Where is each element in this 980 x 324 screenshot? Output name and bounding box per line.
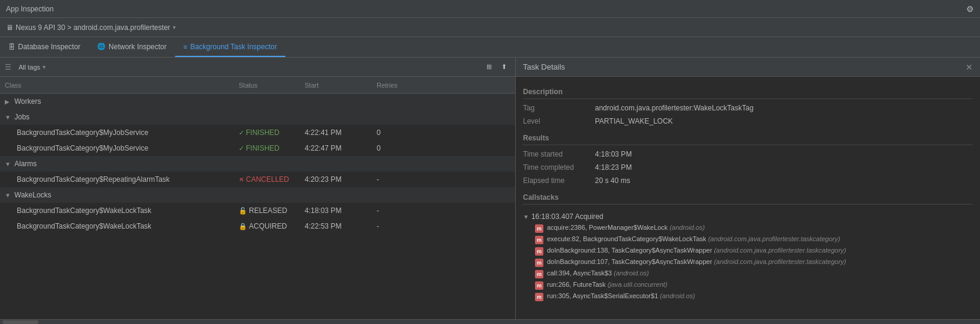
export-icon: ⬆ [501, 63, 507, 71]
jobs-chevron-icon: ▼ [5, 114, 12, 121]
time-started-label: Time started [523, 150, 595, 158]
group-wakelocks[interactable]: ▼ WakeLocks [0, 187, 515, 203]
title-bar: App Inspection ⚙ [0, 0, 980, 18]
elapsed-time-value: 20 s 40 ms [595, 176, 630, 185]
hamburger-icon: ☰ [5, 63, 11, 71]
method-text: call:394, AsyncTask$3 (android.os) [547, 269, 649, 277]
monitor-icon: 🖥 [6, 23, 13, 32]
table-row[interactable]: BackgroundTaskCategory$WakeLockTask 🔓 RE… [0, 203, 515, 218]
database-tab-icon: 🗄 [8, 43, 15, 50]
time-started-value: 4:18:03 PM [595, 150, 632, 158]
alarms-row1-class: BackgroundTaskCategory$RepeatingAlarmTas… [0, 175, 234, 184]
method-text: doInBackground:107, TaskCategory$AsyncTa… [547, 258, 846, 265]
table-row[interactable]: BackgroundTaskCategory$WakeLockTask 🔒 AC… [0, 218, 515, 234]
toolbar: ☰ All tags ▾ ⊞ ⬆ [0, 58, 515, 77]
tab-network[interactable]: 🌐 Network Inspector [89, 37, 175, 57]
method-icon: m [535, 236, 543, 244]
alarms-row1-retries: - [372, 175, 420, 184]
tab-database[interactable]: 🗄 Database Inspector [0, 37, 89, 57]
wakelocks-row2-status: 🔒 ACQUIRED [234, 222, 300, 230]
jobs-row1-retries: 0 [372, 128, 420, 137]
group-jobs[interactable]: ▼ Jobs [0, 109, 515, 125]
callstack-group-header[interactable]: ▼ 16:18:03.407 Acquired [523, 211, 973, 223]
header-start: Start [300, 82, 372, 89]
method-text: doInBackground:138, TaskCategory$AsyncTa… [547, 247, 846, 254]
workers-chevron-icon: ▶ [5, 98, 12, 105]
method-icon: m [535, 224, 543, 233]
settings-icon[interactable]: ⚙ [966, 4, 974, 14]
time-completed-row: Time completed 4:18:23 PM [523, 162, 973, 173]
table-row[interactable]: BackgroundTaskCategory$MyJobService ✓ FI… [0, 140, 515, 156]
background-tab-icon: ≡ [184, 43, 187, 50]
wakelocks-row1-retries: - [372, 206, 420, 215]
group-alarms[interactable]: ▼ Alarms [0, 156, 515, 172]
tag-label: Tag [523, 104, 595, 112]
wakelocks-row2-class: BackgroundTaskCategory$WakeLockTask [0, 222, 234, 230]
callstack-item: m call:394, AsyncTask$3 (android.os) [523, 268, 973, 280]
callstack-item: m doInBackground:107, TaskCategory$Async… [523, 257, 973, 268]
method-text: execute:82, BackgroundTaskCategory$WakeL… [547, 235, 840, 242]
wakelocks-row1-status: 🔓 RELEASED [234, 206, 300, 215]
lock-open-icon: 🔓 [239, 207, 247, 215]
header-retries: Retries [372, 82, 420, 89]
table-row[interactable]: BackgroundTaskCategory$RepeatingAlarmTas… [0, 172, 515, 187]
alarms-row1-start: 4:20:23 PM [300, 175, 372, 184]
method-text: run:305, AsyncTask$SerialExecutor$1 (and… [547, 292, 695, 299]
method-icon: m [535, 247, 543, 256]
level-label: Level [523, 117, 595, 125]
header-class: Class [0, 82, 234, 89]
scrollbar-thumb [2, 320, 38, 324]
group-workers[interactable]: ▶ Workers [0, 94, 515, 109]
checkmark-icon: ✓ [239, 129, 244, 137]
callstack-item: m run:266, FutureTask (java.util.concurr… [523, 280, 973, 291]
left-panel: ☰ All tags ▾ ⊞ ⬆ Class Status [0, 58, 516, 319]
jobs-row1-start: 4:22:41 PM [300, 128, 372, 137]
device-chevron-icon: ▾ [173, 24, 176, 31]
method-icon: m [535, 270, 543, 278]
right-panel: Task Details ✕ Description Tag android.c… [516, 58, 980, 319]
tab-background[interactable]: ≡ Background Task Inspector [175, 37, 285, 57]
close-button[interactable]: ✕ [966, 62, 973, 72]
app-title: App Inspection [6, 5, 53, 13]
tag-value: android.com.java.profilertester:WakeLock… [595, 104, 753, 112]
lock-icon: 🔒 [239, 223, 247, 230]
checkmark-icon: ✓ [239, 145, 244, 152]
network-tab-icon: 🌐 [97, 43, 106, 50]
jobs-row1-class: BackgroundTaskCategory$MyJobService [0, 128, 234, 137]
jobs-row2-retries: 0 [372, 144, 420, 152]
time-completed-label: Time completed [523, 163, 595, 172]
wakelocks-chevron-icon: ▼ [5, 192, 12, 199]
details-body: Description Tag android.com.java.profile… [516, 77, 980, 319]
results-section-title: Results [523, 134, 973, 145]
table-view-button[interactable]: ⊞ [483, 62, 495, 72]
main-content: ☰ All tags ▾ ⊞ ⬆ Class Status [0, 58, 980, 319]
all-tags-button[interactable]: All tags ▾ [15, 62, 49, 72]
tag-row: Tag android.com.java.profilertester:Wake… [523, 103, 973, 113]
horizontal-scrollbar[interactable] [0, 319, 980, 324]
tab-background-label: Background Task Inspector [190, 43, 277, 51]
jobs-row2-class: BackgroundTaskCategory$MyJobService [0, 144, 234, 152]
level-row: Level PARTIAL_WAKE_LOCK [523, 116, 973, 127]
workers-label: Workers [14, 97, 41, 106]
wakelocks-row2-retries: - [372, 222, 420, 230]
wakelocks-row2-start: 4:22:53 PM [300, 222, 372, 230]
level-value: PARTIAL_WAKE_LOCK [595, 117, 673, 125]
jobs-label: Jobs [14, 113, 29, 121]
elapsed-time-label: Elapsed time [523, 176, 595, 185]
table-header: Class Status Start Retries [0, 77, 515, 94]
export-button[interactable]: ⬆ [498, 62, 510, 72]
device-label-text: Nexus 9 API 30 > android.com.java.profil… [16, 23, 170, 32]
alarms-chevron-icon: ▼ [5, 161, 12, 167]
all-tags-chevron-icon: ▾ [43, 64, 46, 70]
device-bar: 🖥 Nexus 9 API 30 > android.com.java.prof… [0, 18, 980, 37]
callstack-group-title: 16:18:03.407 Acquired [531, 212, 603, 221]
method-text: acquire:2386, PowerManager$WakeLock (and… [547, 224, 705, 231]
device-selector[interactable]: 🖥 Nexus 9 API 30 > android.com.java.prof… [6, 23, 176, 32]
jobs-row2-status: ✓ FINISHED [234, 144, 300, 152]
app-window: App Inspection ⚙ 🖥 Nexus 9 API 30 > andr… [0, 0, 980, 324]
callstack-item: m execute:82, BackgroundTaskCategory$Wak… [523, 234, 973, 245]
elapsed-time-row: Elapsed time 20 s 40 ms [523, 175, 973, 186]
callstacks-section-title: Callstacks [523, 193, 973, 205]
table-row[interactable]: BackgroundTaskCategory$MyJobService ✓ FI… [0, 125, 515, 140]
callstack-item: m doInBackground:138, TaskCategory$Async… [523, 245, 973, 257]
